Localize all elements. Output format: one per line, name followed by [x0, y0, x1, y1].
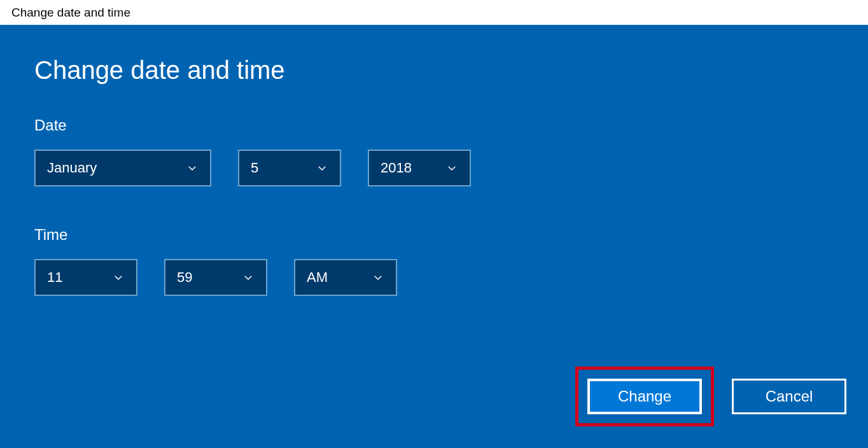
change-button[interactable]: Change	[587, 379, 702, 414]
titlebar: Change date and time	[0, 0, 868, 25]
month-dropdown[interactable]: January	[34, 150, 211, 186]
date-row: January 5 2018	[34, 150, 834, 186]
day-value: 5	[251, 160, 316, 176]
time-row: 11 59 AM	[34, 259, 834, 296]
dialog-footer: Change Cancel	[575, 367, 846, 426]
day-dropdown[interactable]: 5	[238, 150, 341, 186]
chevron-down-icon	[186, 162, 199, 174]
change-button-label: Change	[618, 388, 671, 405]
ampm-value: AM	[307, 269, 372, 286]
cancel-button-label: Cancel	[766, 388, 813, 405]
hour-dropdown[interactable]: 11	[34, 259, 137, 296]
date-section-label: Date	[34, 116, 834, 134]
year-value: 2018	[381, 160, 445, 176]
ampm-dropdown[interactable]: AM	[294, 259, 397, 296]
dialog-window: Change date and time Change date and tim…	[0, 0, 868, 448]
chevron-down-icon	[316, 162, 328, 174]
cancel-button[interactable]: Cancel	[732, 379, 846, 414]
dialog-content: Change date and time Date January 5 2018	[0, 25, 868, 448]
chevron-down-icon	[372, 271, 384, 284]
chevron-down-icon	[112, 271, 125, 284]
highlight-annotation: Change	[575, 367, 714, 426]
year-dropdown[interactable]: 2018	[368, 150, 471, 186]
time-section-label: Time	[34, 226, 834, 244]
dialog-heading: Change date and time	[34, 56, 834, 85]
minute-dropdown[interactable]: 59	[164, 259, 267, 296]
hour-value: 11	[47, 269, 112, 286]
chevron-down-icon	[242, 271, 255, 284]
window-title: Change date and time	[11, 6, 130, 20]
month-value: January	[47, 160, 186, 176]
minute-value: 59	[177, 269, 242, 286]
chevron-down-icon	[445, 162, 458, 174]
